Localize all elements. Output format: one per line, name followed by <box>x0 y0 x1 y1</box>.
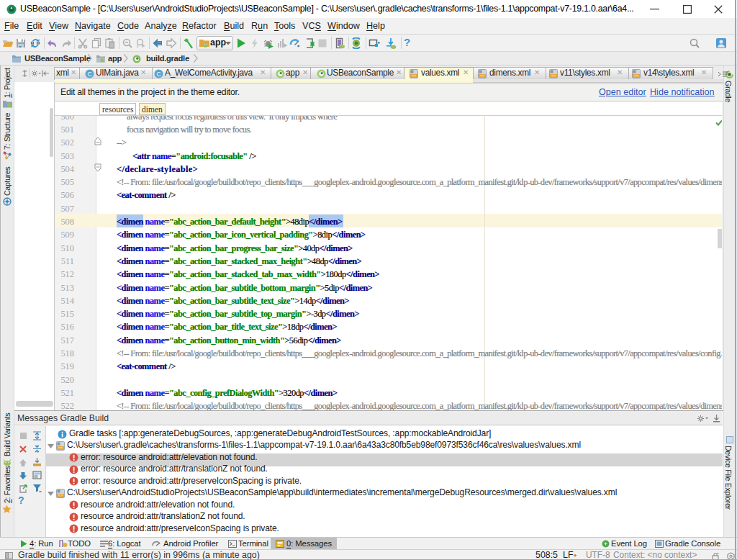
svg-text:<>: <> <box>480 73 485 78</box>
svg-text:C: C <box>156 71 160 78</box>
svg-text:<>: <> <box>58 493 63 498</box>
svg-text:<>: <> <box>412 73 417 78</box>
svg-text:C: C <box>87 71 91 78</box>
svg-text:<>: <> <box>634 73 639 78</box>
svg-text:<>: <> <box>551 73 556 78</box>
svg-text:<>: <> <box>58 446 63 451</box>
